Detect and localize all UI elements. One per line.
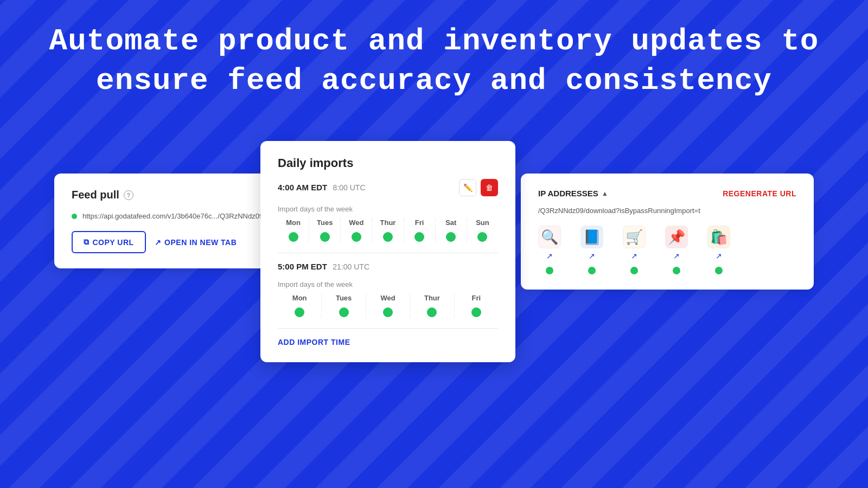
daily-imports-title: Daily imports	[278, 156, 498, 170]
time-slot-1-header: 4:00 AM EDT 8:00 UTC ✏️ 🗑	[278, 179, 498, 196]
time-slot-2-header: 5:00 PM EDT 21:00 UTC	[278, 262, 498, 272]
day-dot-2-mon	[295, 307, 304, 317]
day-col-2-wed: Wed	[366, 294, 410, 317]
open-new-tab-label: OPEN IN NEW TAB	[164, 238, 237, 247]
pinterest-icon: 📌	[665, 226, 688, 248]
platform-dot-shopify	[707, 267, 730, 274]
day-dot-tues	[320, 232, 330, 242]
shopify-ext-link[interactable]: ↗	[716, 252, 722, 260]
day-col-fri: Fri	[404, 219, 436, 242]
cards-area: Feed pull ? https://api.godatafeed.com/v…	[0, 130, 868, 488]
day-dot-thur	[383, 232, 393, 242]
import-days-label-2: Import days of the week	[278, 280, 498, 288]
platform-dot-google	[538, 267, 561, 274]
time-edt-1: 4:00 AM EDT	[278, 183, 327, 192]
collapse-icon[interactable]: ▲	[602, 190, 608, 197]
shopify-status-dot	[715, 267, 723, 274]
platform-facebook: 📘 ↗	[580, 226, 603, 260]
right-card-header: IP ADDRESSES ▲ REGENERATE URL	[538, 189, 796, 198]
right-platforms-card: IP ADDRESSES ▲ REGENERATE URL /Q3RzNNdz0…	[521, 174, 814, 290]
day-dot-sun	[477, 232, 487, 242]
pinterest-status-dot	[673, 267, 680, 274]
day-col-2-fri: Fri	[455, 294, 498, 317]
platform-dot-amazon	[623, 267, 646, 274]
day-col-mon: Mon	[278, 219, 309, 242]
day-dot-2-tues	[339, 307, 349, 317]
platform-google: 🔍 ↗	[538, 226, 561, 260]
hero-title: Automate product and inventory updates t…	[43, 22, 825, 101]
day-col-thur: Thur	[372, 219, 404, 242]
day-col-sun: Sun	[467, 219, 498, 242]
day-dot-wed	[352, 232, 361, 242]
help-icon[interactable]: ?	[124, 190, 133, 200]
google-ext-link[interactable]: ↗	[546, 252, 553, 260]
copy-url-label: COPY URL	[93, 238, 134, 247]
day-dot-fri	[414, 232, 424, 242]
facebook-ext-link[interactable]: ↗	[589, 252, 595, 260]
time-edt-2: 5:00 PM EDT	[278, 262, 327, 271]
feed-pull-label: Feed pull	[72, 189, 119, 201]
import-days-label-1: Import days of the week	[278, 205, 498, 213]
day-col-2-thur: Thur	[410, 294, 454, 317]
daily-imports-card: Daily imports 4:00 AM EDT 8:00 UTC ✏️ 🗑 …	[260, 141, 515, 362]
day-dot-mon	[289, 232, 298, 242]
open-new-tab-button[interactable]: ↗ OPEN IN NEW TAB	[155, 231, 237, 253]
platform-dots-row	[538, 267, 796, 274]
edit-time-button[interactable]: ✏️	[459, 179, 476, 196]
shopify-icon: 🛍️	[707, 226, 730, 248]
copy-icon: ⧉	[84, 237, 90, 247]
time-slot-1-label: 4:00 AM EDT 8:00 UTC	[278, 183, 366, 192]
day-col-tues: Tues	[309, 219, 341, 242]
platform-icons-grid: 🔍 ↗ 📘 ↗ 🛒 ↗ 📌 ↗ 🛍️ ↗	[538, 226, 796, 260]
copy-url-button[interactable]: ⧉ COPY URL	[72, 231, 146, 253]
feed-url-text: https://api.godatafeed.com/v1/3b640e76c.…	[82, 212, 289, 220]
platform-dot-facebook	[580, 267, 603, 274]
hero-section: Automate product and inventory updates t…	[0, 0, 868, 117]
amazon-icon: 🛒	[623, 226, 646, 248]
amazon-ext-link[interactable]: ↗	[631, 252, 637, 260]
time-slot-1-actions: ✏️ 🗑	[459, 179, 498, 196]
time-slot-2-label: 5:00 PM EDT 21:00 UTC	[278, 262, 369, 272]
day-col-sat: Sat	[436, 219, 467, 242]
slot-divider-2	[278, 328, 498, 329]
day-col-wed: Wed	[341, 219, 372, 242]
pinterest-ext-link[interactable]: ↗	[673, 252, 680, 260]
facebook-icon: 📘	[580, 226, 603, 248]
platform-amazon: 🛒 ↗	[623, 226, 646, 260]
add-import-time-button[interactable]: ADD IMPORT TIME	[278, 338, 350, 346]
days-grid-2: Mon Tues Wed Thur Fri	[278, 294, 498, 317]
regenerate-url-button[interactable]: REGENERATE URL	[723, 189, 796, 198]
google-status-dot	[546, 267, 553, 274]
platform-pinterest: 📌 ↗	[665, 226, 688, 260]
ip-addresses-label: IP ADDRESSES ▲	[538, 189, 608, 198]
day-col-2-tues: Tues	[322, 294, 366, 317]
time-utc-2: 21:00 UTC	[333, 262, 369, 271]
google-icon: 🔍	[538, 226, 561, 248]
facebook-status-dot	[588, 267, 596, 274]
platform-dot-pinterest	[665, 267, 688, 274]
day-dot-2-wed	[383, 307, 393, 317]
time-utc-1: 8:00 UTC	[333, 183, 366, 192]
delete-time-button[interactable]: 🗑	[481, 179, 498, 196]
day-dot-2-thur	[427, 307, 437, 317]
day-dot-sat	[446, 232, 456, 242]
day-col-2-mon: Mon	[278, 294, 322, 317]
slot-divider	[278, 253, 498, 253]
platform-shopify: 🛍️ ↗	[707, 226, 730, 260]
status-indicator	[72, 214, 77, 219]
external-link-icon: ↗	[155, 238, 162, 247]
right-card-url: /Q3RzNNdz09/download?isBypassRunningImpo…	[538, 207, 796, 215]
day-dot-2-fri	[471, 307, 481, 317]
page-content: Automate product and inventory updates t…	[0, 0, 868, 488]
days-grid-1: Mon Tues Wed Thur Fri	[278, 219, 498, 242]
amazon-status-dot	[630, 267, 638, 274]
